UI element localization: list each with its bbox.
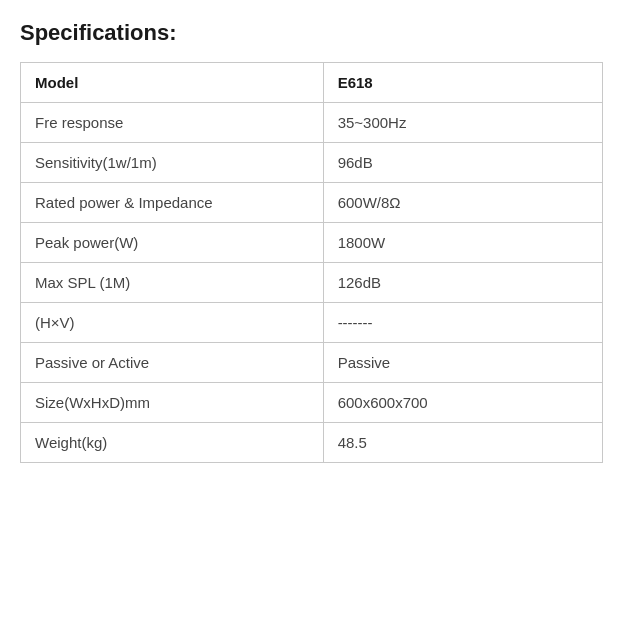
table-row: (H×V)------- [21, 303, 603, 343]
row-label: Passive or Active [21, 343, 324, 383]
table-row: Passive or ActivePassive [21, 343, 603, 383]
row-label: Max SPL (1M) [21, 263, 324, 303]
row-label: Rated power & Impedance [21, 183, 324, 223]
table-row: Weight(kg)48.5 [21, 423, 603, 463]
row-value: 600W/8Ω [323, 183, 602, 223]
table-row: Fre response35~300Hz [21, 103, 603, 143]
page-title: Specifications: [20, 20, 603, 46]
table-row: Peak power(W)1800W [21, 223, 603, 263]
table-row: Rated power & Impedance600W/8Ω [21, 183, 603, 223]
row-label: (H×V) [21, 303, 324, 343]
row-value: 1800W [323, 223, 602, 263]
row-value: 35~300Hz [323, 103, 602, 143]
row-value: 96dB [323, 143, 602, 183]
table-row: Sensitivity(1w/1m)96dB [21, 143, 603, 183]
row-value: 48.5 [323, 423, 602, 463]
row-label: Weight(kg) [21, 423, 324, 463]
specifications-table: Model E618 Fre response35~300HzSensitivi… [20, 62, 603, 463]
row-value: 126dB [323, 263, 602, 303]
table-row: Size(WxHxD)mm600x600x700 [21, 383, 603, 423]
header-value: E618 [323, 63, 602, 103]
row-value: ------- [323, 303, 602, 343]
row-label: Peak power(W) [21, 223, 324, 263]
row-value: Passive [323, 343, 602, 383]
row-value: 600x600x700 [323, 383, 602, 423]
header-label: Model [21, 63, 324, 103]
row-label: Fre response [21, 103, 324, 143]
table-header-row: Model E618 [21, 63, 603, 103]
row-label: Size(WxHxD)mm [21, 383, 324, 423]
row-label: Sensitivity(1w/1m) [21, 143, 324, 183]
table-row: Max SPL (1M)126dB [21, 263, 603, 303]
